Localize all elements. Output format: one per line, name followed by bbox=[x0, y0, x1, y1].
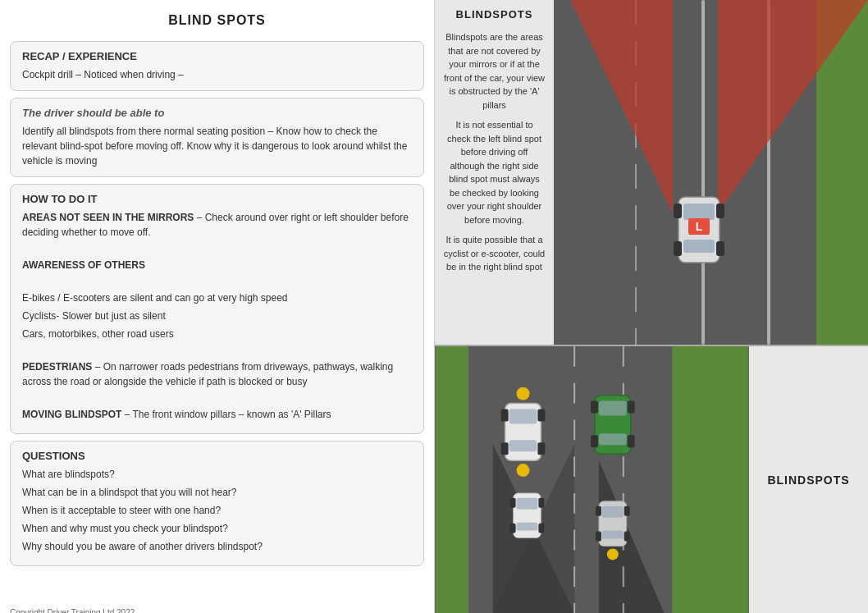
svg-rect-34 bbox=[517, 498, 538, 510]
how-content: AREAS NOT SEEN IN THE MIRRORS – Check ar… bbox=[22, 210, 412, 422]
svg-rect-30 bbox=[537, 442, 545, 455]
svg-rect-28 bbox=[537, 409, 545, 422]
svg-rect-48 bbox=[602, 506, 624, 518]
svg-point-31 bbox=[517, 387, 530, 400]
svg-rect-27 bbox=[501, 409, 509, 422]
svg-rect-8 bbox=[683, 204, 715, 220]
driver-section: The driver should be able to Identify al… bbox=[10, 98, 424, 177]
blindspots-text-box: BLINDSPOTS Blindspots are the areas that… bbox=[435, 0, 554, 345]
svg-rect-38 bbox=[510, 524, 516, 533]
road-diagram-top: L bbox=[554, 0, 868, 345]
left-copyright: Copyright Driver Training Ltd 2022 bbox=[10, 605, 424, 613]
svg-rect-2 bbox=[701, 0, 705, 345]
blindspots-para2: It is not essential to check the left bl… bbox=[443, 118, 546, 226]
svg-rect-49 bbox=[602, 531, 624, 539]
svg-rect-42 bbox=[599, 433, 627, 445]
svg-rect-45 bbox=[591, 435, 598, 447]
svg-rect-36 bbox=[510, 498, 516, 508]
driver-subtitle: The driver should be able to bbox=[22, 107, 412, 119]
svg-rect-37 bbox=[538, 498, 544, 508]
svg-rect-53 bbox=[624, 532, 630, 542]
svg-rect-25 bbox=[509, 409, 537, 424]
svg-rect-44 bbox=[628, 401, 635, 414]
questions-list: What are blindspots? What can be in a bl… bbox=[22, 467, 412, 554]
svg-rect-11 bbox=[716, 204, 724, 218]
svg-text:L: L bbox=[696, 220, 703, 233]
recap-title: RECAP / EXPERIENCE bbox=[22, 50, 412, 62]
svg-rect-9 bbox=[683, 240, 715, 253]
svg-rect-13 bbox=[716, 241, 724, 256]
page-title: BLIND SPOTS bbox=[10, 8, 424, 34]
how-section: HOW TO DO IT AREAS NOT SEEN IN THE MIRRO… bbox=[10, 184, 424, 434]
svg-rect-39 bbox=[538, 524, 544, 533]
right-bottom: BLINDSPOTS bbox=[435, 345, 868, 613]
how-title: HOW TO DO IT bbox=[22, 193, 412, 205]
svg-point-32 bbox=[517, 464, 530, 477]
right-panel: BLINDSPOTS Blindspots are the areas that… bbox=[435, 0, 868, 613]
blindspots-title: BLINDSPOTS bbox=[443, 8, 546, 21]
left-panel: BLIND SPOTS RECAP / EXPERIENCE Cockpit d… bbox=[0, 0, 435, 613]
bottom-road-svg bbox=[435, 346, 749, 613]
svg-rect-35 bbox=[517, 523, 538, 531]
svg-rect-46 bbox=[628, 435, 635, 447]
top-road-svg: L bbox=[554, 0, 868, 345]
recap-text: Cockpit drill – Noticed when driving – bbox=[22, 67, 412, 82]
svg-rect-17 bbox=[436, 346, 468, 613]
driver-text: Identify all blindspots from there norma… bbox=[22, 124, 412, 168]
questions-title: QUESTIONS bbox=[22, 450, 412, 462]
blindspots-para3: It is quite possible that a cyclist or e… bbox=[443, 233, 546, 274]
recap-section: RECAP / EXPERIENCE Cockpit drill – Notic… bbox=[10, 41, 424, 91]
road-diagram-bottom bbox=[435, 346, 749, 613]
svg-rect-12 bbox=[674, 241, 682, 256]
svg-point-54 bbox=[607, 548, 619, 560]
svg-rect-10 bbox=[674, 204, 682, 218]
svg-rect-50 bbox=[596, 506, 601, 516]
svg-rect-51 bbox=[624, 506, 630, 516]
right-top: BLINDSPOTS Blindspots are the areas that… bbox=[435, 0, 868, 345]
svg-rect-41 bbox=[599, 401, 627, 416]
questions-section: QUESTIONS What are blindspots? What can … bbox=[10, 441, 424, 566]
blindspots-label-box: BLINDSPOTS bbox=[749, 346, 868, 613]
blindspots-bottom-label: BLINDSPOTS bbox=[767, 473, 849, 487]
svg-rect-43 bbox=[591, 401, 598, 414]
svg-rect-18 bbox=[672, 346, 747, 613]
svg-rect-26 bbox=[509, 440, 537, 451]
svg-rect-29 bbox=[501, 442, 509, 455]
svg-rect-52 bbox=[596, 532, 601, 542]
blindspots-para1: Blindspots are the areas that are not co… bbox=[443, 30, 546, 112]
